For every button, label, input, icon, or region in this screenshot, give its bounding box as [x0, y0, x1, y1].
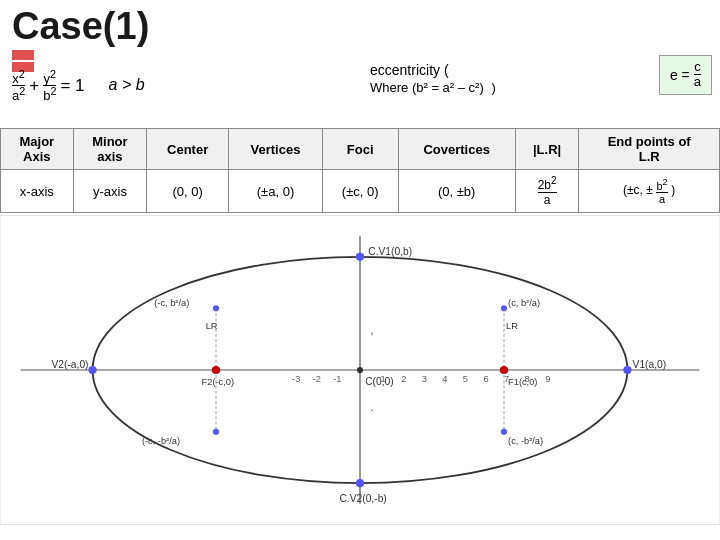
table-header-row: MajorAxis Minoraxis Center Vertices Foci…	[1, 129, 720, 170]
label-covert-bl: (-c, -b²/a)	[142, 436, 180, 446]
col-foci: Foci	[322, 129, 398, 170]
svg-point-4	[356, 253, 364, 261]
page: Case(1) x2 a2 + y2 b2 = 1 a > b	[0, 0, 720, 540]
e-formula-box: e = c a	[659, 55, 712, 95]
svg-point-13	[500, 366, 508, 374]
tick-neg1: -1	[333, 374, 341, 384]
dot-mark: .	[370, 400, 373, 414]
svg-point-9	[88, 366, 96, 374]
col-minor-axis: Minoraxis	[73, 129, 147, 170]
tick-2: 2	[401, 374, 406, 384]
ellipse-svg: 1 2 3 4 5 6 7 8 9 -1 -2 -3 C.V1(0,b) (c,…	[0, 210, 720, 530]
tick-3: 3	[422, 374, 427, 384]
label-f1: F1(c,0)	[508, 377, 537, 387]
where-label: Where (b² = a² – c²) )	[370, 80, 496, 95]
label-cv2: C.V2(0,-b)	[339, 493, 386, 504]
red-bullet-1	[12, 50, 34, 60]
label-center: C(0,0)	[365, 376, 394, 387]
condition-display: a > b	[109, 76, 145, 94]
equation-display: x2 a2 + y2 b2 = 1	[10, 68, 85, 102]
tick-5: 5	[463, 374, 468, 384]
svg-point-16	[356, 479, 364, 487]
svg-point-12	[212, 366, 220, 374]
label-cv1: C.V1(0,b)	[368, 246, 412, 257]
tick-4: 4	[442, 374, 447, 384]
tick-neg2: -2	[313, 374, 321, 384]
diagram-section: 1 2 3 4 5 6 7 8 9 -1 -2 -3 C.V1(0,b) (c,…	[0, 200, 720, 540]
svg-point-15	[501, 429, 507, 435]
tick-neg3: -3	[292, 374, 300, 384]
col-center: Center	[147, 129, 229, 170]
label-covert-tr: (c, b²/a)	[508, 298, 540, 308]
svg-point-11	[623, 366, 631, 374]
col-major-axis: MajorAxis	[1, 129, 74, 170]
svg-point-10	[357, 367, 363, 373]
label-covert-tl: (-c, b²/a)	[154, 298, 189, 308]
tick-6: 6	[483, 374, 488, 384]
svg-point-14	[213, 429, 219, 435]
col-covertices: Covertices	[398, 129, 515, 170]
page-title: Case(1)	[12, 6, 149, 48]
col-vertices: Vertices	[229, 129, 323, 170]
col-endpoints: End points ofL.R	[579, 129, 720, 170]
label-f2: F2(-c,0)	[202, 377, 234, 387]
label-v1: V1(a,0)	[633, 359, 667, 370]
label-covert-br: (c, -b²/a)	[508, 436, 543, 446]
tick-9: 9	[545, 374, 550, 384]
comma-mark: ,	[370, 323, 373, 337]
formula-section: x2 a2 + y2 b2 = 1 a > b	[10, 68, 145, 102]
eccentricity-label: eccentricity (	[370, 62, 496, 78]
eccentricity-section: eccentricity ( Where (b² = a² – c²) )	[370, 62, 496, 95]
label-lr-right: LR	[506, 321, 518, 331]
label-v2: V2(-a,0)	[51, 359, 88, 370]
col-lr: |L.R|	[515, 129, 579, 170]
